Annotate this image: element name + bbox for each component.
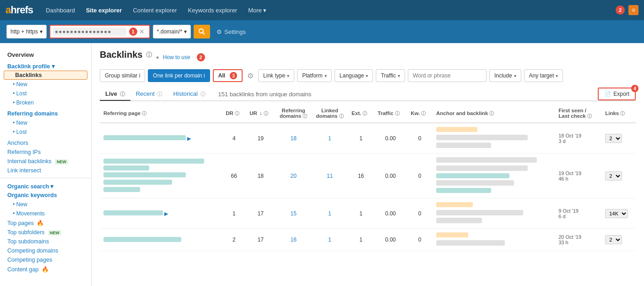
- sidebar-item-backlinks-lost[interactable]: Lost: [0, 89, 91, 98]
- th-anchor-info: ⓘ: [489, 111, 494, 116]
- filter-link-type[interactable]: Link type ▾: [258, 69, 294, 82]
- filter-traffic[interactable]: Traffic ▾: [376, 69, 405, 82]
- sidebar-item-backlinks[interactable]: Backlinks: [4, 71, 87, 80]
- sidebar-organic-search[interactable]: Organic search ▾: [0, 181, 91, 191]
- nav-more[interactable]: More ▾: [244, 4, 271, 16]
- th-first-seen: First seen / Last check ⓘ: [555, 105, 601, 123]
- td-anchor-1: [433, 123, 555, 154]
- chevron-down-icon3: ▾: [366, 73, 368, 78]
- filter-all[interactable]: All 3: [213, 69, 243, 82]
- filter-group-similar[interactable]: Group similar i: [100, 69, 145, 82]
- menu-badge[interactable]: ≡: [628, 5, 639, 15]
- sidebar-item-referring-new[interactable]: New: [0, 118, 91, 127]
- clear-button[interactable]: ✕: [139, 28, 145, 35]
- td-linked-domains-3: 1: [312, 198, 348, 229]
- tab-live[interactable]: Live ⓘ: [100, 88, 130, 101]
- td-ext-4: 1: [348, 229, 374, 251]
- td-first-seen-4: 20 Oct '19 33 h: [555, 229, 601, 251]
- export-button[interactable]: 📄 Export 4: [598, 88, 636, 100]
- search-button[interactable]: [194, 25, 210, 38]
- sidebar-referring-domains-section: Referring domains New Lost: [0, 109, 91, 137]
- links-select-2[interactable]: 2: [605, 171, 622, 181]
- td-url-4: [100, 229, 222, 251]
- td-ref-domains-1: 18: [276, 123, 312, 154]
- td-url-3: ▶: [100, 198, 222, 229]
- th-first-seen-info: ⓘ: [587, 114, 592, 119]
- sidebar-item-competing-domains[interactable]: Competing domains: [0, 246, 91, 255]
- sidebar-item-referring-domains[interactable]: Referring domains: [0, 109, 91, 118]
- th-info-icon: ⓘ: [142, 111, 146, 116]
- tab-live-info: ⓘ: [120, 91, 125, 97]
- td-url-1: ▶: [100, 123, 222, 154]
- th-kw[interactable]: Kw. ⓘ: [407, 105, 433, 123]
- filter-platform[interactable]: Platform ▾: [297, 69, 332, 82]
- title-info-icon[interactable]: ⓘ: [146, 51, 152, 59]
- tab-recent-info: ⓘ: [157, 91, 162, 97]
- sidebar-item-internal-backlinks[interactable]: Internal backlinks NEW: [0, 157, 91, 166]
- th-ref-domains[interactable]: Referring domains ⓘ: [276, 105, 312, 123]
- url-input[interactable]: [53, 28, 126, 36]
- url-input-wrapper: 1 ✕: [49, 25, 150, 38]
- tab-historical[interactable]: Historical ⓘ: [168, 88, 211, 101]
- th-linked-domains-info: ⓘ: [339, 114, 344, 119]
- sidebar-item-top-pages[interactable]: Top pages 🔥: [0, 218, 91, 228]
- sidebar-item-referring-lost[interactable]: Lost: [0, 127, 91, 137]
- th-ur[interactable]: UR ↓ ⓘ: [246, 105, 275, 123]
- filter-one-link-per-domain[interactable]: One link per domain i: [148, 69, 210, 82]
- td-anchor-3: [433, 198, 555, 229]
- main-layout: Overview Backlink profile ▾ Backlinks Ne…: [0, 43, 644, 286]
- new-badge2: NEW: [48, 230, 61, 236]
- sidebar-overview: Overview: [0, 50, 91, 59]
- th-traffic[interactable]: Traffic ⓘ: [374, 105, 407, 123]
- sidebar-item-content-gap[interactable]: Content gap 🔥: [0, 264, 91, 274]
- filter-language[interactable]: Language ▾: [335, 69, 373, 82]
- chevron-down-icon2: ▾: [325, 73, 327, 78]
- sidebar-item-top-subfolders[interactable]: Top subfolders NEW: [0, 228, 91, 237]
- page-title: Backlinks ⓘ: [100, 50, 152, 60]
- sidebar-overview-section: Overview: [0, 50, 91, 59]
- th-ext[interactable]: Ext. ⓘ: [348, 105, 374, 123]
- sidebar-item-link-intersect[interactable]: Link intersect: [0, 166, 91, 175]
- td-dr-3: 1: [222, 198, 246, 229]
- sidebar-item-backlinks-new[interactable]: New: [0, 80, 91, 89]
- sidebar-item-competing-pages[interactable]: Competing pages: [0, 255, 91, 264]
- top-nav: ahrefs Dashboard Site explorer Content e…: [0, 0, 644, 20]
- th-ext-info: ⓘ: [363, 111, 367, 116]
- logo: ahrefs: [5, 4, 33, 16]
- filter-any-target[interactable]: Any target ▾: [524, 69, 563, 82]
- td-ref-domains-3: 15: [276, 198, 312, 229]
- th-linked-domains[interactable]: Linked domains ⓘ: [312, 105, 348, 123]
- tab-recent[interactable]: Recent ⓘ: [130, 88, 168, 101]
- sidebar-item-organic-new[interactable]: New: [0, 200, 91, 209]
- domain-mode-select[interactable]: *.domain/* ▾: [153, 25, 191, 38]
- nav-content-explorer[interactable]: Content explorer: [128, 4, 181, 16]
- filter-settings-button[interactable]: ⚙: [245, 71, 255, 81]
- links-select-4[interactable]: 2: [605, 235, 622, 244]
- nav-keywords-explorer[interactable]: Keywords explorer: [184, 4, 242, 16]
- sidebar-item-referring-ips[interactable]: Referring IPs: [0, 148, 91, 157]
- sidebar-item-top-subdomains[interactable]: Top subdomains: [0, 237, 91, 246]
- links-select-3[interactable]: 14K: [605, 209, 628, 218]
- sidebar-item-anchors[interactable]: Anchors: [0, 138, 91, 148]
- backlinks-count: 151 backlinks from unique domains: [218, 91, 312, 98]
- notification-badge[interactable]: 2: [616, 6, 625, 15]
- word-phrase-input[interactable]: [408, 69, 487, 82]
- th-links-info: ⓘ: [620, 111, 625, 116]
- td-ur-2: 18: [246, 154, 275, 198]
- filter-include[interactable]: Include ▾: [489, 69, 521, 82]
- td-url-2: [100, 154, 222, 198]
- sidebar-item-organic-keywords[interactable]: Organic keywords: [0, 191, 91, 200]
- sidebar-backlink-profile[interactable]: Backlink profile ▾: [0, 61, 91, 71]
- protocol-select[interactable]: http + https ▾: [6, 25, 47, 38]
- sidebar-item-organic-movements[interactable]: Movements: [0, 209, 91, 218]
- sidebar-item-backlinks-broken[interactable]: Broken: [0, 98, 91, 107]
- links-select-1[interactable]: 2: [605, 134, 622, 143]
- step2-badge: 2: [197, 53, 205, 61]
- nav-dashboard[interactable]: Dashboard: [41, 4, 80, 16]
- th-dr[interactable]: DR ⓘ: [222, 105, 246, 123]
- settings-button[interactable]: ⚙ Settings: [216, 28, 246, 35]
- how-to-use-link[interactable]: How to use: [163, 54, 190, 60]
- nav-links: Dashboard Site explorer Content explorer…: [41, 4, 616, 16]
- nav-site-explorer[interactable]: Site explorer: [81, 4, 127, 16]
- td-dr-1: 4: [222, 123, 246, 154]
